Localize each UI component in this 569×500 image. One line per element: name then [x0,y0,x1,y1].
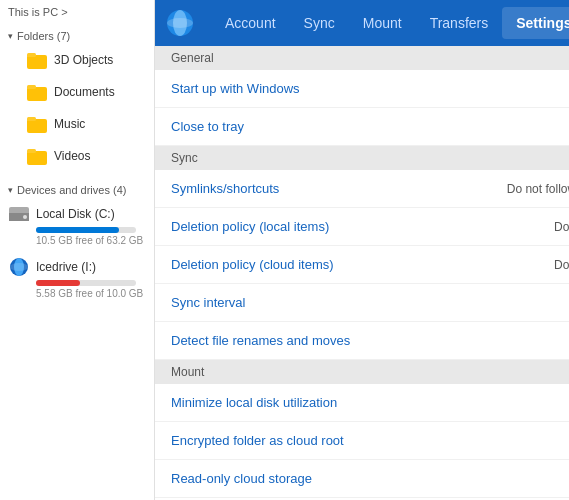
setting-symlinks[interactable]: Symlinks/shortcuts Do not follow symlink… [155,170,569,208]
setting-close-tray[interactable]: Close to tray ✓ [155,108,569,146]
section-mount: Mount [155,360,569,384]
sidebar-item-3dobjects[interactable]: 3D Objects [18,44,154,76]
deletion-local-label: Deletion policy (local items) [171,219,554,234]
setting-minimize-disk[interactable]: Minimize local disk utilization ✓ [155,384,569,422]
main-panel: Account Sync Mount Transfers Settings — … [155,0,569,500]
setting-deletion-cloud[interactable]: Deletion policy (cloud items) Do not del… [155,246,569,284]
icedrive-icon [8,256,30,278]
drive-icon [8,203,30,225]
svg-rect-5 [27,117,36,121]
folder-name: Documents [54,85,115,99]
sidebar-item-music[interactable]: Music [18,108,154,140]
setting-deletion-local[interactable]: Deletion policy (local items) Do not del… [155,208,569,246]
icedrive-bar [36,280,80,286]
svg-rect-7 [27,149,36,153]
setting-sync-interval[interactable]: Sync interval 5 minutes ▾ [155,284,569,322]
minimize-disk-label: Minimize local disk utilization [171,395,569,410]
setting-detect-renames[interactable]: Detect file renames and moves ✓ [155,322,569,360]
section-sync: Sync [155,146,569,170]
nav-mount[interactable]: Mount [349,7,416,39]
folders-label: Folders (7) [17,30,70,42]
sidebar: This is PC > ▾ Folders (7) 3D Objects Do… [0,0,155,500]
section-general: General [155,46,569,70]
local-disk-bar [36,227,119,233]
nav-settings[interactable]: Settings [502,7,569,39]
sidebar-item-local-disk[interactable]: Local Disk (C:) 10.5 GB free of 63.2 GB [0,198,154,251]
deletion-cloud-label: Deletion policy (cloud items) [171,257,554,272]
symlinks-label: Symlinks/shortcuts [171,181,507,196]
settings-panel: General Start up with Windows ✓ Close to… [155,46,569,500]
icedrive-name: Icedrive (I:) [36,260,96,274]
local-disk-name: Local Disk (C:) [36,207,115,221]
app-logo [165,8,195,38]
svg-point-10 [23,215,27,219]
svg-rect-2 [27,87,47,101]
svg-point-13 [10,263,28,271]
readonly-label: Read-only cloud storage [171,471,569,486]
deletion-local-value: Do not delete [554,220,569,234]
local-disk-free: 10.5 GB free of 63.2 GB [36,235,146,246]
deletion-cloud-value: Do not delete [554,258,569,272]
devices-chevron[interactable]: ▾ [8,185,13,195]
encrypted-folder-label: Encrypted folder as cloud root [171,433,569,448]
folder-icon [26,81,48,103]
nav-sync[interactable]: Sync [290,7,349,39]
icedrive-free: 5.58 GB free of 10.0 GB [36,288,146,299]
setting-encrypted-folder[interactable]: Encrypted folder as cloud root [155,422,569,460]
nav-transfers[interactable]: Transfers [416,7,503,39]
svg-rect-1 [27,53,36,57]
svg-point-16 [167,18,193,28]
nav-bar: Account Sync Mount Transfers Settings [211,7,569,39]
close-tray-label: Close to tray [171,119,569,134]
folder-icon [26,49,48,71]
folders-list: 3D Objects Documents Music Videos [0,44,154,172]
folders-section: ▾ Folders (7) [0,24,154,44]
sidebar-item-documents[interactable]: Documents [18,76,154,108]
svg-rect-4 [27,119,47,133]
icedrive-bar-container [36,280,136,286]
folders-chevron[interactable]: ▾ [8,31,13,41]
folder-name: Music [54,117,85,131]
devices-label: Devices and drives (4) [17,184,126,196]
breadcrumb: This is PC > [0,0,154,24]
local-disk-bar-container [36,227,136,233]
devices-section: ▾ Devices and drives (4) [0,178,154,198]
folder-name: Videos [54,149,90,163]
folder-icon [26,145,48,167]
topbar: Account Sync Mount Transfers Settings — … [155,0,569,46]
svg-rect-6 [27,151,47,165]
setting-startup[interactable]: Start up with Windows ✓ [155,70,569,108]
nav-account[interactable]: Account [211,7,290,39]
sidebar-item-videos[interactable]: Videos [18,140,154,172]
svg-rect-3 [27,85,36,89]
detect-renames-label: Detect file renames and moves [171,333,569,348]
sidebar-item-icedrive[interactable]: Icedrive (I:) 5.58 GB free of 10.0 GB [0,251,154,304]
folder-name: 3D Objects [54,53,113,67]
startup-label: Start up with Windows [171,81,569,96]
setting-readonly[interactable]: Read-only cloud storage [155,460,569,498]
svg-rect-0 [27,55,47,69]
folder-icon [26,113,48,135]
symlinks-value: Do not follow symlinks [507,182,569,196]
sync-interval-label: Sync interval [171,295,569,310]
